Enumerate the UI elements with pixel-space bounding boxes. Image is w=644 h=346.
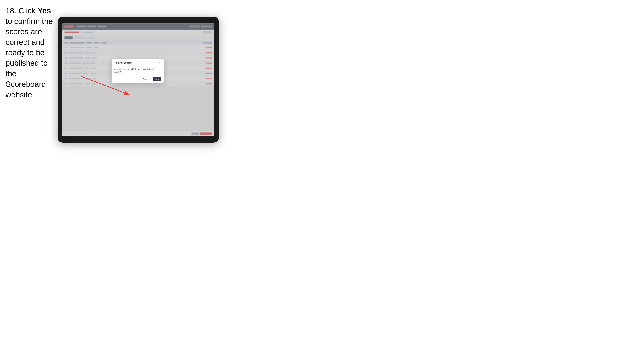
yes-button[interactable]: Yes <box>152 77 161 81</box>
instruction-body: to confirm the scores are correct and re… <box>6 17 53 99</box>
modal-message: Are you ready to publish these scores to… <box>114 68 161 74</box>
tablet-screen: Publish scores × Are you ready to publis… <box>62 23 214 136</box>
step-number: 18. <box>6 6 16 15</box>
modal-footer: Cancel Yes <box>112 76 164 83</box>
cancel-button[interactable]: Cancel <box>140 77 152 81</box>
publish-scores-modal: Publish scores × Are you ready to publis… <box>112 59 164 83</box>
modal-overlay: Publish scores × Are you ready to publis… <box>62 23 214 136</box>
yes-emphasis: Yes <box>38 6 51 15</box>
instruction-intro: Click <box>18 6 38 15</box>
modal-body: Are you ready to publish these scores to… <box>112 66 164 76</box>
modal-header: Publish scores × <box>112 59 164 66</box>
modal-close-button[interactable]: × <box>158 61 161 64</box>
tablet-device: Publish scores × Are you ready to publis… <box>58 17 219 143</box>
modal-title: Publish scores <box>114 61 132 64</box>
instruction-text: 18. Click Yes to confirm the scores are … <box>6 5 58 100</box>
